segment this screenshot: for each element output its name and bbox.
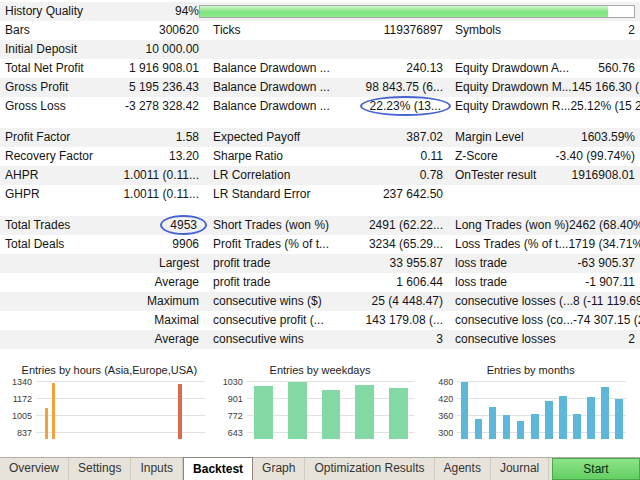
stat-pair: History Quality94% [5,2,199,21]
stat-value: Largest [159,254,199,273]
stat-label: Recovery Factor [5,147,93,166]
axis-tick-label: 1340 [12,377,32,387]
chart-bar [461,382,469,439]
report-row: Recovery Factor13.20Sharpe Ratio0.11Z-Sc… [0,147,640,166]
stat-pair: consecutive losses2 [455,330,635,349]
report-row: Total Deals9906Profit Trades (% of t...3… [0,235,640,254]
stat-pair: Average [5,330,199,349]
stat-label: consecutive loss (co... [455,311,573,330]
stat-pair: Gross Profit5 195 236.43 [5,78,199,97]
stat-pair: consecutive loss (co...-74 307.15 (2... [455,311,635,330]
entry-charts-row: Entries by hours (Asia,Europe,USA)134011… [0,363,640,439]
stat-pair: Balance Drawdown ...22.23% (13... [213,97,443,116]
report-row: Profit Factor1.58Expected Payoff387.02Ma… [0,128,640,147]
tab-overview[interactable]: Overview [0,458,69,480]
bottom-tab-bar: OverviewSettingsInputsBacktestGraphOptim… [0,457,640,480]
stat-pair [213,40,443,59]
stat-value: -3.40 (99.74%) [556,147,635,166]
chart-bar [489,407,497,439]
stat-value: 5 195 236.43 [129,78,199,97]
stat-label: Gross Loss [5,97,66,116]
stat-label: profit trade [213,273,270,292]
chart-plot [36,379,205,439]
tab-backtest[interactable]: Backtest [183,457,253,480]
tab-agents[interactable]: Agents [435,458,491,480]
stat-pair: Total Trades4953 [5,216,199,235]
stat-value: 25 (4 448.47) [372,292,443,311]
stat-pair: Largest [5,254,199,273]
chart-bar [389,388,408,439]
report-row: Total Trades4953Short Trades (won %)2491… [0,216,640,235]
report-row: Averageprofit trade1 606.44loss trade-1 … [0,273,640,292]
tab-inputs[interactable]: Inputs [131,458,183,480]
stat-value: 13.20 [169,147,199,166]
tab-settings[interactable]: Settings [69,458,131,480]
chart-bar [178,384,182,439]
stat-value: 3234 (65.29... [369,235,443,254]
axis-tick-label: 1030 [223,377,243,387]
tab-journal[interactable]: Journal [491,458,549,480]
stat-pair: Loss Trades (% of t...1719 (34.71%) [455,235,635,254]
axis-tick-label: 837 [17,428,32,438]
stat-label: Profit Factor [5,128,70,147]
chart-plot [457,379,626,439]
chart-plot-area: 1030901772643 [215,379,426,439]
stat-pair: Initial Deposit10 000.00 [5,40,199,59]
chart-y-axis: 1030901772643 [215,379,247,439]
stat-label: Long Trades (won %) [455,216,569,235]
stat-value: 1 916 908.01 [129,59,199,78]
stat-value: -74 307.15 (2... [573,311,640,330]
stat-pair: Total Net Profit1 916 908.01 [5,59,199,78]
stat-label: profit trade [213,254,270,273]
axis-tick-label: 300 [438,428,453,438]
stat-value: 560.76 [598,59,635,78]
chart-bar [601,387,609,439]
stat-pair: LR Correlation0.78 [213,166,443,185]
annotation-circle: 22.23% (13... [360,96,451,116]
chart-bar [573,414,581,439]
stat-label: consecutive wins [213,330,304,349]
stat-label: consecutive losses (... [455,292,573,311]
stat-pair: consecutive losses (...8 (-11 119.69) [455,292,635,311]
stat-label: Equity Drawdown A... [455,59,569,78]
stat-pair: loss trade-63 905.37 [455,254,635,273]
tab-list: OverviewSettingsInputsBacktestGraphOptim… [0,458,549,480]
stat-label: Short Trades (won %) [213,216,329,235]
stat-value: 8 (-11 119.69) [573,292,640,311]
stat-pair: Expected Payoff387.02 [213,128,443,147]
stat-value: 1.58 [176,128,199,147]
stat-value: 10 000.00 [146,40,199,59]
stat-value: 22.23% (13... [368,97,443,116]
stat-value: 300620 [159,21,199,40]
stat-value: 98 843.75 (6... [366,78,443,97]
report-row: Maximumconsecutive wins ($)25 (4 448.47)… [0,292,640,311]
chart-title: Entries by hours (Asia,Europe,USA) [4,363,215,379]
axis-tick-label: 360 [438,411,453,421]
stat-label: Total Trades [5,216,70,235]
mt5-backtest-window: History Quality94%Bars300620Ticks1193768… [0,0,640,480]
stat-pair: consecutive wins3 [213,330,443,349]
stat-value: 25.12% (15 2... [570,97,640,116]
stat-label: Margin Level [455,128,524,147]
stat-label: Bars [5,21,30,40]
chart-bar [559,396,567,439]
chart-entries-by-hours: Entries by hours (Asia,Europe,USA)134011… [4,363,215,439]
stat-value: 1 606.44 [396,273,443,292]
stat-label: Equity Drawdown R... [455,97,570,116]
report-row: GHPR1.0011 (0.11...LR Standard Error237 … [0,185,640,204]
stat-value: 1916908.01 [572,166,635,185]
stat-label: consecutive losses [455,330,556,349]
tab-optimization-results[interactable]: Optimization Results [305,458,434,480]
stat-label: Sharpe Ratio [213,147,283,166]
tab-graph[interactable]: Graph [253,458,305,480]
axis-tick-label: 1172 [13,394,32,404]
stat-value: 2 [628,21,635,40]
stat-pair: Maximal [5,311,199,330]
chart-bar [45,408,49,439]
chart-plot-area: 480420360300 [425,379,636,439]
axis-tick-label: 480 [438,377,453,387]
start-button[interactable]: Start [552,458,640,480]
chart-bar [254,386,273,439]
stat-label: History Quality [5,2,83,21]
stat-pair: loss trade-1 907.11 [455,273,635,292]
